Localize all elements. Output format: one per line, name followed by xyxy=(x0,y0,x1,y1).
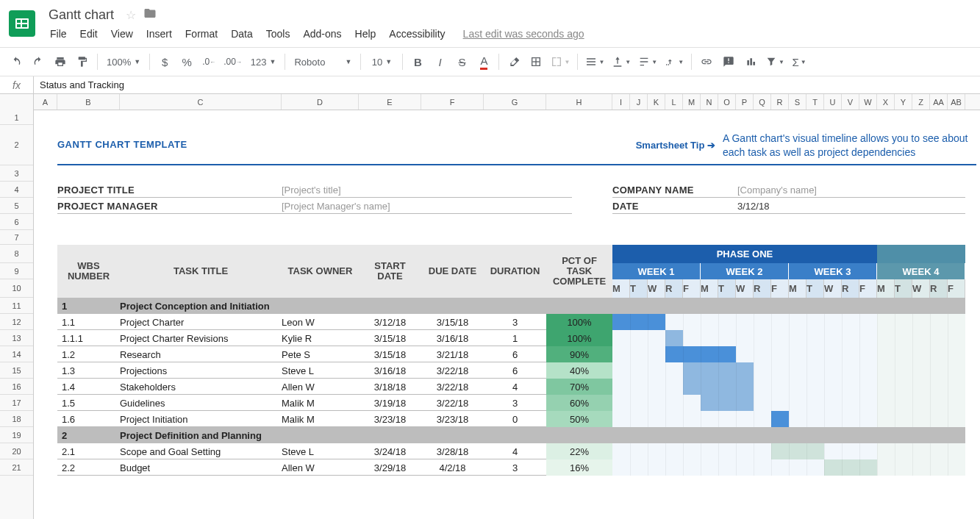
day-header: T xyxy=(806,279,824,298)
text-color-button[interactable]: A xyxy=(473,51,494,72)
row-header[interactable]: 13 xyxy=(0,330,33,346)
col-header[interactable]: D xyxy=(282,94,359,110)
row-header[interactable]: 19− xyxy=(0,427,33,443)
col-header[interactable]: V xyxy=(842,94,859,110)
row-header[interactable]: 6 xyxy=(0,214,33,230)
menu-format[interactable]: Format xyxy=(179,25,223,43)
col-header[interactable]: M xyxy=(683,94,701,110)
tip-text: A Gantt chart's visual timeline allows y… xyxy=(723,125,980,165)
menu-add-ons[interactable]: Add-ons xyxy=(297,25,347,43)
row-header[interactable]: 10− xyxy=(0,279,33,298)
filter-button[interactable]: ▼ xyxy=(762,51,787,72)
row-header[interactable]: 21 xyxy=(0,459,33,476)
menu-data[interactable]: Data xyxy=(225,25,259,43)
col-header[interactable]: H xyxy=(546,94,612,110)
font-size-dropdown[interactable]: 10▼ xyxy=(365,51,398,72)
last-edit-link[interactable]: Last edit was seconds ago xyxy=(463,28,584,40)
pct-complete: 100% xyxy=(546,330,612,346)
row-header[interactable]: 16 xyxy=(0,379,33,395)
spreadsheet-content[interactable]: GANTT CHART TEMPLATESmartsheet Tip ➔A Ga… xyxy=(34,110,980,519)
print-button[interactable] xyxy=(50,51,71,72)
menu-help[interactable]: Help xyxy=(349,25,382,43)
font-dropdown[interactable]: Roboto▼ xyxy=(290,51,356,72)
col-header[interactable]: W xyxy=(859,94,877,110)
col-header[interactable]: G xyxy=(484,94,546,110)
col-header[interactable]: C xyxy=(120,94,282,110)
row-header[interactable]: 11 xyxy=(0,298,33,314)
row-header[interactable]: 7 xyxy=(0,230,33,245)
row-header[interactable]: 2 xyxy=(0,125,33,165)
row-header[interactable]: 8 xyxy=(0,245,33,263)
row-header[interactable]: 12 xyxy=(0,314,33,330)
row-header[interactable]: 5 xyxy=(0,198,33,214)
doc-title[interactable]: Gantt chart xyxy=(44,6,118,24)
col-header[interactable]: I xyxy=(612,94,630,110)
number-format-dropdown[interactable]: 123▼ xyxy=(246,51,281,72)
col-header[interactable]: Z xyxy=(912,94,930,110)
row-header[interactable]: 1 xyxy=(0,110,33,125)
insert-link-button[interactable] xyxy=(696,51,717,72)
row-header[interactable]: 9 xyxy=(0,263,33,279)
col-header[interactable]: N xyxy=(701,94,718,110)
italic-button[interactable]: I xyxy=(429,51,450,72)
menu-accessibility[interactable]: Accessibility xyxy=(383,25,451,43)
col-header[interactable]: AB xyxy=(948,94,965,110)
insert-chart-button[interactable] xyxy=(740,51,761,72)
row-header[interactable]: 17 xyxy=(0,395,33,411)
bold-button[interactable]: B xyxy=(407,51,428,72)
col-header[interactable]: U xyxy=(824,94,842,110)
star-icon[interactable]: ☆ xyxy=(126,8,136,22)
folder-icon[interactable] xyxy=(143,7,157,24)
fill-color-button[interactable] xyxy=(504,51,524,72)
col-header[interactable]: A xyxy=(34,94,57,110)
paint-format-button[interactable] xyxy=(72,51,93,72)
zoom-dropdown[interactable]: 100%▼ xyxy=(102,51,145,72)
row-header[interactable]: 15 xyxy=(0,362,33,379)
sheets-logo[interactable] xyxy=(0,0,44,47)
decrease-decimal-button[interactable]: .0← xyxy=(198,51,219,72)
percent-button[interactable]: % xyxy=(176,51,197,72)
text-wrap-button[interactable]: ▼ xyxy=(635,51,660,72)
col-header[interactable]: E xyxy=(359,94,421,110)
col-header[interactable]: P xyxy=(736,94,754,110)
col-header[interactable]: R xyxy=(771,94,789,110)
col-header[interactable]: L xyxy=(665,94,683,110)
row-header[interactable]: 18 xyxy=(0,411,33,427)
col-header[interactable]: Q xyxy=(754,94,771,110)
horizontal-align-button[interactable]: ▼ xyxy=(582,51,607,72)
col-header[interactable]: S xyxy=(789,94,806,110)
menu-file[interactable]: File xyxy=(44,25,73,43)
col-header[interactable]: Y xyxy=(895,94,912,110)
menu-view[interactable]: View xyxy=(105,25,139,43)
menu-edit[interactable]: Edit xyxy=(74,25,104,43)
row-header[interactable]: 20 xyxy=(0,443,33,459)
row-header[interactable]: 14 xyxy=(0,346,33,362)
menu-tools[interactable]: Tools xyxy=(260,25,296,43)
insert-comment-button[interactable] xyxy=(718,51,739,72)
col-header[interactable]: B xyxy=(57,94,120,110)
formula-input[interactable]: Status and Tracking xyxy=(34,79,980,90)
col-header[interactable]: O xyxy=(718,94,736,110)
borders-button[interactable] xyxy=(526,51,546,72)
col-header[interactable]: F xyxy=(421,94,484,110)
row-header[interactable]: 4 xyxy=(0,182,33,198)
redo-button[interactable] xyxy=(28,51,49,72)
undo-button[interactable] xyxy=(6,51,26,72)
menu-insert[interactable]: Insert xyxy=(140,25,178,43)
col-header[interactable]: X xyxy=(877,94,895,110)
merge-cells-button[interactable]: ▼ xyxy=(548,51,573,72)
col-header[interactable]: T xyxy=(806,94,824,110)
increase-decimal-button[interactable]: .00→ xyxy=(221,51,245,72)
col-header[interactable]: J xyxy=(630,94,648,110)
select-all-corner[interactable] xyxy=(0,94,34,110)
functions-button[interactable]: Σ▼ xyxy=(789,51,809,72)
strikethrough-button[interactable]: S xyxy=(451,51,472,72)
currency-button[interactable]: $ xyxy=(154,51,175,72)
row-header[interactable]: 3 xyxy=(0,165,33,182)
col-header[interactable]: K xyxy=(648,94,665,110)
task-owner: Malik M xyxy=(282,411,359,427)
text-rotation-button[interactable]: ▼ xyxy=(662,51,687,72)
col-header[interactable]: AA xyxy=(930,94,948,110)
vertical-align-button[interactable]: ▼ xyxy=(609,51,634,72)
company-label: COMPANY NAME xyxy=(612,182,723,198)
